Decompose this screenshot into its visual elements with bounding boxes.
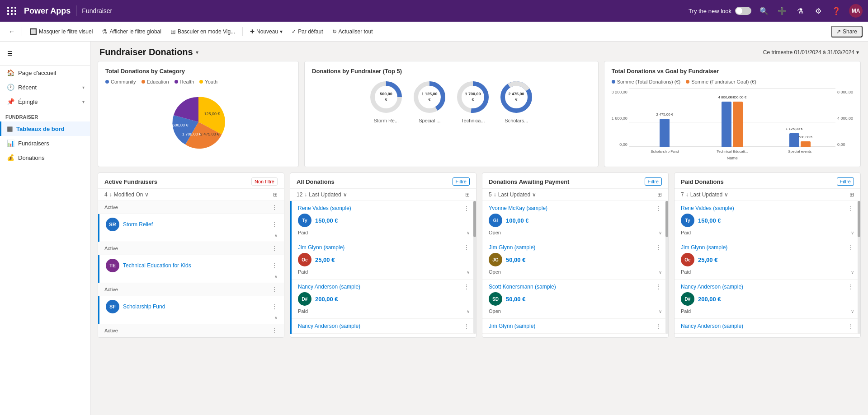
donation-expand-1[interactable]: ∨ bbox=[467, 230, 470, 235]
waffle-menu-icon[interactable] bbox=[5, 5, 19, 17]
paid-expand-2[interactable]: ∨ bbox=[851, 270, 854, 275]
paid-link-3[interactable]: Nancy Anderson (sample) bbox=[681, 284, 743, 290]
donation-expand-2[interactable]: ∨ bbox=[467, 270, 470, 275]
donation-link-1[interactable]: Rene Valdes (sample) bbox=[298, 205, 351, 211]
donation-amount-1[interactable]: 150,00 € bbox=[315, 217, 338, 224]
back-button[interactable]: ← bbox=[5, 25, 18, 38]
avatar-dh-1: D# bbox=[298, 292, 311, 306]
paid-menu-4[interactable]: ⋮ bbox=[848, 322, 854, 330]
awaiting-menu-2[interactable]: ⋮ bbox=[656, 244, 662, 251]
technical-expand-icon[interactable]: ∨ bbox=[274, 274, 278, 279]
search-icon[interactable]: 🔍 bbox=[759, 5, 769, 16]
awaiting-scrollbar-thumb[interactable] bbox=[665, 201, 668, 237]
hide-filter-button[interactable]: 🔲 Masquer le filtre visuel bbox=[26, 26, 96, 37]
paid-menu-2[interactable]: ⋮ bbox=[848, 244, 854, 251]
awaiting-link-1[interactable]: Yvonne McKay (sample) bbox=[489, 205, 547, 211]
awaiting-expand-1[interactable]: ∨ bbox=[659, 230, 662, 235]
awaiting-amount-1[interactable]: 100,00 € bbox=[506, 217, 529, 224]
toggle-mode-button[interactable]: ⊞ Basculer en mode Vig... bbox=[167, 26, 239, 37]
fundraiser-item-scholarship: SF Scholarship Fund ⋮ ∨ bbox=[98, 296, 284, 324]
bar-technical-donations: 4 800,00 € bbox=[722, 102, 731, 147]
group-menu-2[interactable]: ⋮ bbox=[271, 245, 278, 252]
donation-amount-2[interactable]: 25,00 € bbox=[315, 256, 335, 263]
awaiting-filter-badge[interactable]: Filtré bbox=[645, 177, 662, 186]
awaiting-menu-4[interactable]: ⋮ bbox=[656, 322, 662, 330]
filter-icon[interactable]: ⚗ bbox=[795, 5, 806, 16]
sidebar-item-recent[interactable]: 🕐 Récent ▾ bbox=[0, 80, 90, 94]
sidebar-item-donations[interactable]: 💰 Donations bbox=[0, 150, 90, 165]
default-button[interactable]: ✓ Par défaut bbox=[288, 27, 326, 37]
awaiting-sort-left[interactable]: 5 ↓ Last Updated ∨ bbox=[489, 191, 536, 198]
paid-link-1[interactable]: Rene Valdes (sample) bbox=[681, 205, 734, 211]
paid-link-2[interactable]: Jim Glynn (sample) bbox=[681, 244, 727, 251]
paid-view-icon[interactable]: ⊞ bbox=[849, 191, 854, 198]
add-icon[interactable]: ➕ bbox=[777, 5, 788, 16]
refresh-button[interactable]: ↻ Actualiser tout bbox=[329, 27, 377, 37]
donation-menu-2[interactable]: ⋮ bbox=[463, 244, 470, 251]
awaiting-view-icon[interactable]: ⊞ bbox=[657, 191, 662, 198]
technical-link[interactable]: Technical Education for Kids bbox=[123, 262, 191, 269]
paid-amount-2[interactable]: 25,00 € bbox=[698, 256, 717, 263]
paid-menu-1[interactable]: ⋮ bbox=[848, 205, 854, 212]
donation-menu-4[interactable]: ⋮ bbox=[463, 322, 470, 330]
scholarship-menu[interactable]: ⋮ bbox=[271, 303, 278, 310]
all-donations-filter-badge[interactable]: Filtré bbox=[453, 177, 470, 186]
awaiting-link-2[interactable]: Jim Glynn (sample) bbox=[489, 244, 535, 251]
sidebar-item-pinned[interactable]: 📌 Épinglé ▾ bbox=[0, 94, 90, 109]
awaiting-expand-2[interactable]: ∨ bbox=[659, 270, 662, 275]
awaiting-amount-2[interactable]: 50,00 € bbox=[506, 256, 525, 263]
paid-amount-3[interactable]: 200,00 € bbox=[698, 296, 721, 303]
scholarship-link[interactable]: Scholarship Fund bbox=[123, 303, 165, 310]
donation-menu-1[interactable]: ⋮ bbox=[463, 205, 470, 212]
awaiting-amount-3[interactable]: 50,00 € bbox=[506, 296, 525, 303]
share-button[interactable]: ↗ Share bbox=[831, 26, 863, 37]
paid-filter-badge[interactable]: Filtré bbox=[837, 177, 854, 186]
new-button[interactable]: ✚ Nouveau ▾ bbox=[246, 27, 286, 37]
all-donations-view-icon[interactable]: ⊞ bbox=[465, 191, 470, 198]
date-filter[interactable]: Ce trimestre 01/01/2024 à 31/03/2024 ▾ bbox=[763, 49, 859, 56]
help-icon[interactable]: ❓ bbox=[831, 5, 842, 16]
sidebar-menu-button[interactable]: ☰ bbox=[2, 45, 18, 61]
donation-link-2[interactable]: Jim Glynn (sample) bbox=[298, 244, 344, 251]
try-new-toggle[interactable] bbox=[735, 7, 751, 15]
donut-storm-relief: 500,00 € Storm Re... bbox=[368, 79, 404, 123]
technical-menu[interactable]: ⋮ bbox=[271, 262, 278, 269]
awaiting-link-3[interactable]: Scott Konersmann (sample) bbox=[489, 284, 556, 290]
paid-scrollbar-thumb[interactable] bbox=[858, 201, 860, 237]
sidebar-item-fundraisers[interactable]: 📊 Fundraisers bbox=[0, 136, 90, 150]
all-donations-sort-left[interactable]: 12 ↓ Last Updated ∨ bbox=[297, 191, 347, 198]
paid-expand-1[interactable]: ∨ bbox=[851, 230, 854, 235]
scholarship-expand-icon[interactable]: ∨ bbox=[274, 315, 278, 320]
sidebar-item-home[interactable]: 🏠 Page d'accueil bbox=[0, 65, 90, 80]
donation-expand-3[interactable]: ∨ bbox=[467, 309, 470, 314]
fundraiser-item-technical: TE Technical Education for Kids ⋮ ∨ bbox=[98, 255, 284, 283]
settings-icon[interactable]: ⚙ bbox=[813, 5, 824, 16]
paid-link-4[interactable]: Nancy Anderson (sample) bbox=[681, 323, 743, 329]
paid-expand-3[interactable]: ∨ bbox=[851, 309, 854, 314]
awaiting-link-4[interactable]: Jim Glynn (sample) bbox=[489, 323, 535, 329]
donation-amount-3[interactable]: 200,00 € bbox=[315, 296, 338, 303]
active-fundraisers-view-icon[interactable]: ⊞ bbox=[273, 191, 278, 198]
storm-expand-icon[interactable]: ∨ bbox=[274, 233, 278, 238]
sidebar-item-dashboard[interactable]: ▦ Tableaux de bord bbox=[0, 121, 90, 136]
awaiting-menu-1[interactable]: ⋮ bbox=[656, 205, 662, 212]
group-menu-3[interactable]: ⋮ bbox=[271, 286, 278, 293]
paid-amount-1[interactable]: 150,00 € bbox=[698, 217, 721, 224]
awaiting-menu-3[interactable]: ⋮ bbox=[656, 283, 662, 290]
donation-link-4[interactable]: Nancy Anderson (sample) bbox=[298, 323, 360, 329]
donation-menu-3[interactable]: ⋮ bbox=[463, 283, 470, 290]
active-fundraisers-filter-badge[interactable]: Non filtré bbox=[251, 177, 278, 186]
storm-relief-menu[interactable]: ⋮ bbox=[271, 221, 278, 228]
paid-menu-3[interactable]: ⋮ bbox=[848, 283, 854, 290]
group-menu-4[interactable]: ⋮ bbox=[271, 327, 278, 334]
awaiting-expand-3[interactable]: ∨ bbox=[659, 309, 662, 314]
scrollbar-thumb[interactable] bbox=[473, 201, 476, 237]
paid-sort-left[interactable]: 7 ↓ Last Updated ∨ bbox=[681, 191, 728, 198]
active-fundraisers-sort-left[interactable]: 4 ↓ Modified On ∨ bbox=[104, 191, 149, 198]
donation-link-3[interactable]: Nancy Anderson (sample) bbox=[298, 284, 360, 290]
storm-relief-link[interactable]: Storm Relief bbox=[123, 221, 153, 228]
show-global-filter-button[interactable]: ⚗ Afficher le filtre global bbox=[98, 26, 165, 37]
group-menu-1[interactable]: ⋮ bbox=[271, 204, 278, 211]
avatar[interactable]: MA bbox=[849, 4, 863, 18]
page-title-dropdown-icon[interactable]: ▾ bbox=[196, 49, 198, 56]
